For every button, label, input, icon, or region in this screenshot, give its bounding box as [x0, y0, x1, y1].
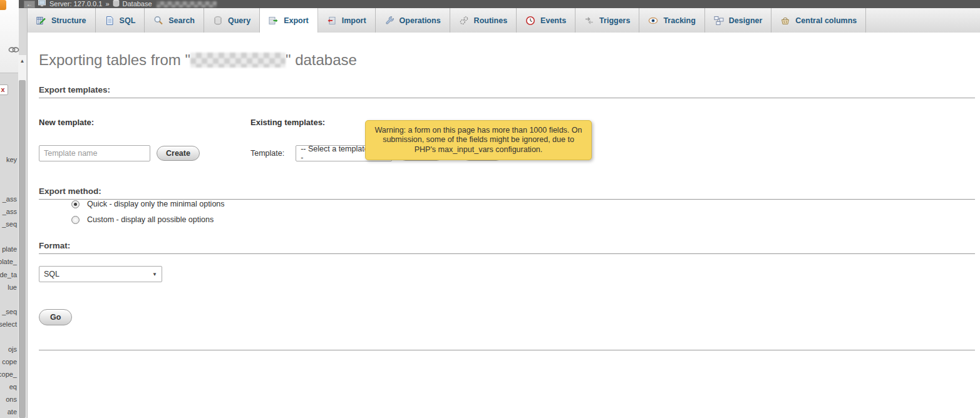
scrollbar-up-arrow[interactable]: ▲ — [18, 56, 26, 66]
search-icon — [153, 16, 163, 26]
sql-icon — [105, 16, 115, 26]
events-icon — [525, 16, 535, 26]
new-template-label: New template: — [39, 118, 250, 127]
redacted-database-name — [157, 1, 217, 8]
breadcrumb-server[interactable]: Server: 127.0.0.1 — [49, 0, 102, 8]
sidebar-item[interactable]: _seq — [2, 308, 17, 315]
existing-templates-column: Existing templates: Template: -- Select … — [250, 118, 975, 161]
tab-designer[interactable]: Designer — [705, 8, 772, 33]
tab-triggers[interactable]: Triggers — [575, 8, 639, 33]
structure-icon — [36, 16, 46, 26]
sidebar-item[interactable]: plate_ — [0, 258, 17, 265]
sidebar-item[interactable]: lue — [8, 283, 17, 291]
new-template-column: New template: Create — [39, 118, 250, 161]
redacted-database-name — [190, 53, 286, 68]
sidebar-item[interactable]: de_ta — [0, 271, 17, 278]
tab-central-columns[interactable]: Central columns — [771, 8, 866, 33]
tab-sql[interactable]: SQL — [96, 8, 145, 33]
existing-templates-label: Existing templates: — [250, 118, 975, 127]
export-method-heading: Export method: — [39, 186, 975, 200]
database-tabs: Structure SQL Search Query Export Import… — [28, 8, 980, 33]
max-input-vars-warning: Warning: a form on this page has more th… — [365, 120, 592, 160]
tab-import[interactable]: Import — [318, 8, 376, 33]
export-templates-heading: Export templates: — [39, 85, 975, 98]
sidebar-item[interactable]: plate — [2, 245, 17, 253]
format-select[interactable]: SQL ▼ — [39, 266, 162, 282]
template-name-input[interactable] — [39, 145, 150, 161]
tab-structure[interactable]: Structure — [28, 8, 96, 33]
breadcrumb-separator: » — [105, 0, 109, 8]
custom-radio[interactable] — [71, 216, 80, 224]
sidebar-item[interactable]: select — [0, 320, 17, 328]
breadcrumb-database[interactable]: Database — [123, 0, 152, 8]
sidebar-item[interactable]: eq — [9, 383, 17, 390]
chevron-down-icon: ▼ — [152, 272, 157, 277]
database-icon — [113, 0, 120, 9]
sidebar-item[interactable]: cope_ — [0, 370, 17, 378]
create-template-button[interactable]: Create — [157, 146, 200, 161]
bottom-divider — [39, 350, 975, 350]
back-button[interactable]: ← — [24, 1, 35, 8]
import-icon — [327, 16, 337, 26]
sidebar-item[interactable]: _ass — [3, 195, 17, 203]
quick-export-option: Quick - display only the minimal options — [71, 200, 975, 208]
scrollbar-thumb[interactable] — [19, 80, 26, 418]
sidebar-item[interactable]: cope — [2, 358, 17, 365]
tab-search[interactable]: Search — [145, 8, 204, 33]
quick-radio[interactable] — [71, 200, 80, 208]
template-select-label: Template: — [250, 149, 284, 158]
sidebar-table-list: key _ass _ass _seq plate plate_ de_ta lu… — [0, 0, 18, 418]
tracking-icon — [648, 16, 658, 26]
sidebar-item[interactable]: _seq — [2, 220, 17, 228]
sidebar-item[interactable]: ate — [8, 408, 17, 415]
tab-routines[interactable]: Routines — [450, 8, 517, 33]
routines-icon — [459, 16, 469, 26]
triggers-icon — [584, 16, 594, 26]
tab-query[interactable]: Query — [204, 8, 260, 33]
tab-tracking[interactable]: Tracking — [639, 8, 704, 33]
operations-icon — [384, 16, 395, 26]
tab-operations[interactable]: Operations — [376, 8, 450, 33]
export-page: Exporting tables from "" database Export… — [28, 33, 980, 418]
query-icon — [213, 16, 223, 26]
breadcrumb-bar: ← Server: 127.0.0.1 » Database — [19, 0, 980, 8]
tab-export[interactable]: Export — [260, 8, 318, 33]
navigation-sidebar: x key _ass _ass _seq plate plate_ de_ta … — [0, 0, 28, 418]
sidebar-item[interactable]: ons — [6, 395, 17, 403]
sidebar-item[interactable]: ojs — [8, 345, 17, 353]
sidebar-item[interactable]: key — [6, 156, 17, 163]
page-title: Exporting tables from "" database — [39, 51, 975, 69]
custom-export-option: Custom - display all possible options — [71, 215, 975, 224]
format-heading: Format: — [39, 241, 975, 254]
go-button[interactable]: Go — [39, 309, 72, 325]
sidebar-item[interactable]: _ass — [3, 208, 17, 215]
tab-events[interactable]: Events — [517, 8, 575, 33]
central-columns-icon — [780, 16, 790, 26]
custom-radio-label[interactable]: Custom - display all possible options — [87, 215, 214, 224]
server-icon — [38, 0, 46, 9]
export-icon — [269, 16, 279, 26]
designer-icon — [714, 16, 724, 26]
quick-radio-label[interactable]: Quick - display only the minimal options — [87, 200, 225, 208]
